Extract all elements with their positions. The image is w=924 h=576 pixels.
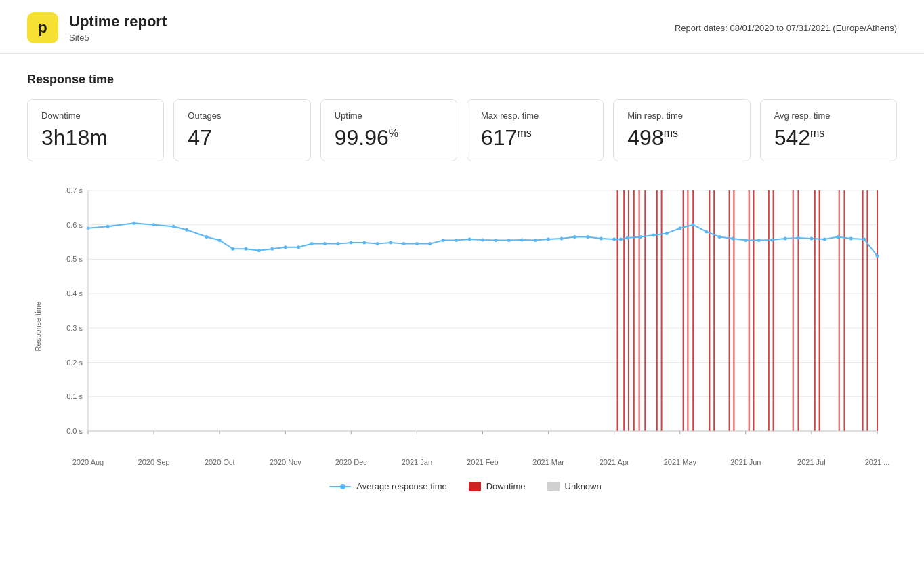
stat-card-1: Outages47 bbox=[173, 99, 310, 161]
chart-container: Response time 0.7 s0.6 s0.5 s0.4 s0.3 s0… bbox=[34, 180, 897, 472]
page-header: p Uptime report Site5 Report dates: 08/0… bbox=[0, 0, 924, 54]
svg-point-119 bbox=[757, 239, 761, 242]
svg-point-71 bbox=[106, 225, 110, 228]
svg-point-112 bbox=[665, 232, 669, 235]
svg-point-126 bbox=[849, 237, 853, 241]
svg-point-108 bbox=[619, 238, 623, 241]
svg-point-111 bbox=[652, 234, 655, 237]
svg-point-90 bbox=[389, 241, 392, 245]
stat-label-0: Downtime bbox=[41, 110, 150, 121]
svg-point-100 bbox=[520, 239, 524, 242]
svg-point-103 bbox=[560, 237, 564, 241]
svg-point-127 bbox=[862, 238, 866, 241]
chart-inner: 0.7 s0.6 s0.5 s0.4 s0.3 s0.2 s0.1 s0.0 s… bbox=[51, 180, 897, 472]
svg-point-75 bbox=[185, 228, 188, 232]
svg-text:0.0 s: 0.0 s bbox=[66, 427, 83, 435]
svg-point-123 bbox=[810, 237, 813, 241]
stat-value-4: 498ms bbox=[627, 126, 736, 150]
svg-point-114 bbox=[692, 223, 695, 226]
stat-card-5: Avg resp. time542ms bbox=[760, 99, 897, 161]
svg-point-95 bbox=[455, 239, 458, 242]
svg-point-106 bbox=[600, 237, 603, 241]
svg-point-122 bbox=[797, 236, 800, 240]
svg-point-107 bbox=[612, 238, 616, 241]
stat-value-5: 542ms bbox=[774, 126, 883, 150]
svg-point-82 bbox=[284, 245, 287, 249]
svg-point-78 bbox=[231, 247, 234, 251]
svg-text:2021 Jan: 2021 Jan bbox=[402, 458, 432, 466]
svg-text:0.2 s: 0.2 s bbox=[66, 358, 83, 367]
svg-point-98 bbox=[494, 239, 497, 242]
stat-label-4: Min resp. time bbox=[627, 110, 736, 121]
svg-point-115 bbox=[705, 230, 708, 234]
stat-value-3: 617ms bbox=[481, 126, 589, 150]
stat-label-2: Uptime bbox=[335, 110, 443, 121]
svg-point-89 bbox=[376, 242, 379, 245]
svg-point-83 bbox=[297, 245, 300, 249]
svg-point-117 bbox=[731, 237, 734, 241]
svg-point-99 bbox=[507, 239, 511, 242]
svg-text:2021 Apr: 2021 Apr bbox=[600, 458, 629, 466]
svg-point-93 bbox=[428, 242, 432, 245]
svg-point-110 bbox=[639, 235, 642, 239]
stat-label-5: Avg resp. time bbox=[774, 110, 883, 121]
stat-value-2: 99.96% bbox=[335, 126, 443, 150]
report-dates: Report dates: 08/01/2020 to 07/31/2021 (… bbox=[675, 23, 897, 33]
svg-text:2020 Dec: 2020 Dec bbox=[335, 458, 368, 466]
legend-avg-label: Average response time bbox=[356, 481, 446, 491]
svg-point-116 bbox=[718, 235, 721, 239]
page-title: Uptime report bbox=[69, 13, 167, 30]
svg-text:2020 Aug: 2020 Aug bbox=[72, 458, 104, 466]
stat-card-4: Min resp. time498ms bbox=[613, 99, 750, 161]
svg-point-73 bbox=[152, 223, 156, 226]
svg-point-94 bbox=[442, 239, 445, 242]
logo-text: p bbox=[38, 19, 47, 37]
svg-point-72 bbox=[133, 222, 136, 225]
svg-text:0.1 s: 0.1 s bbox=[66, 392, 83, 400]
legend-unknown-label: Unknown bbox=[565, 481, 602, 491]
svg-point-80 bbox=[257, 249, 261, 252]
svg-point-97 bbox=[481, 239, 484, 242]
svg-point-102 bbox=[547, 238, 550, 241]
stats-row: Downtime3h18mOutages47Uptime99.96%Max re… bbox=[27, 99, 897, 161]
legend-avg: Average response time bbox=[329, 481, 446, 491]
svg-text:2021 Feb: 2021 Feb bbox=[467, 458, 498, 466]
legend-avg-dot bbox=[340, 484, 345, 489]
svg-point-120 bbox=[770, 239, 774, 242]
stat-card-2: Uptime99.96% bbox=[320, 99, 457, 161]
header-left: p Uptime report Site5 bbox=[27, 12, 167, 43]
chart-svg: 0.7 s0.6 s0.5 s0.4 s0.3 s0.2 s0.1 s0.0 s… bbox=[51, 180, 897, 472]
svg-point-113 bbox=[678, 226, 681, 230]
svg-text:2021 Jun: 2021 Jun bbox=[730, 458, 761, 466]
logo: p bbox=[27, 12, 58, 43]
chart-legend: Average response time Downtime Unknown bbox=[34, 481, 897, 491]
stat-card-0: Downtime3h18m bbox=[27, 99, 164, 161]
svg-text:0.6 s: 0.6 s bbox=[66, 221, 83, 229]
svg-text:2020 Oct: 2020 Oct bbox=[205, 458, 235, 466]
stat-card-3: Max resp. time617ms bbox=[467, 99, 604, 161]
chart-area: Response time 0.7 s0.6 s0.5 s0.4 s0.3 s0… bbox=[34, 180, 897, 491]
svg-point-96 bbox=[468, 238, 471, 241]
header-titles: Uptime report Site5 bbox=[69, 13, 167, 42]
svg-point-81 bbox=[270, 247, 274, 251]
svg-point-124 bbox=[823, 238, 826, 241]
svg-point-88 bbox=[362, 241, 366, 245]
main-content: Response time Downtime3h18mOutages47Upti… bbox=[0, 54, 924, 505]
svg-point-91 bbox=[402, 242, 406, 245]
svg-text:2021 Mar: 2021 Mar bbox=[532, 458, 564, 466]
svg-text:2020 Nov: 2020 Nov bbox=[270, 458, 302, 466]
svg-point-85 bbox=[323, 242, 327, 245]
svg-point-121 bbox=[784, 237, 787, 241]
stat-value-1: 47 bbox=[188, 126, 296, 150]
svg-text:0.5 s: 0.5 s bbox=[66, 255, 83, 264]
svg-point-76 bbox=[205, 235, 208, 239]
legend-downtime-label: Downtime bbox=[486, 481, 526, 491]
legend-unknown: Unknown bbox=[547, 481, 602, 491]
svg-point-105 bbox=[586, 235, 589, 239]
svg-point-86 bbox=[336, 242, 339, 245]
svg-point-92 bbox=[415, 242, 419, 245]
svg-text:0.4 s: 0.4 s bbox=[66, 289, 83, 297]
svg-point-101 bbox=[534, 239, 537, 242]
legend-downtime: Downtime bbox=[469, 481, 526, 491]
svg-point-84 bbox=[310, 242, 314, 245]
